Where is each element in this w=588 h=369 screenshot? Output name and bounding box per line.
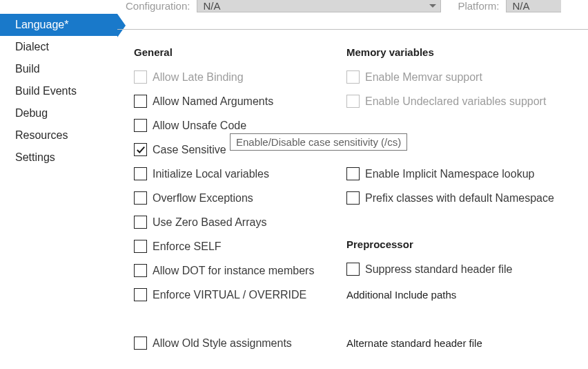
- checkbox[interactable]: [346, 191, 360, 205]
- checkbox[interactable]: [134, 264, 147, 277]
- option-dot-instance-members[interactable]: Allow DOT for instance members: [134, 258, 341, 283]
- group-general: General: [134, 46, 341, 58]
- platform-value: N/A: [512, 0, 529, 12]
- sidebar: Language* Dialect Build Build Events Deb…: [0, 14, 117, 369]
- chevron-down-icon: [429, 4, 436, 8]
- sidebar-item-language[interactable]: Language*: [0, 14, 117, 36]
- configuration-label: Configuration:: [126, 0, 190, 12]
- checkbox[interactable]: [134, 143, 147, 156]
- configuration-value: N/A: [203, 0, 220, 12]
- option-enforce-self[interactable]: Enforce SELF: [134, 234, 341, 258]
- platform-dropdown[interactable]: N/A: [506, 0, 561, 12]
- configuration-dropdown[interactable]: N/A: [197, 0, 441, 12]
- option-allow-late-binding[interactable]: Allow Late Binding: [134, 65, 341, 89]
- sidebar-item-settings[interactable]: Settings: [0, 146, 117, 169]
- platform-label: Platform:: [458, 0, 499, 12]
- sidebar-item-resources[interactable]: Resources: [0, 124, 117, 146]
- checkbox[interactable]: [134, 240, 147, 253]
- option-suppress-header[interactable]: Suppress standard header file: [346, 257, 581, 281]
- sidebar-item-build[interactable]: Build: [0, 58, 117, 80]
- sidebar-item-dialect[interactable]: Dialect: [0, 36, 117, 58]
- checkbox[interactable]: [134, 167, 147, 180]
- option-initialize-local-variables[interactable]: Initialize Local variables: [134, 162, 341, 186]
- checkbox[interactable]: [134, 288, 147, 301]
- option-implicit-namespace-lookup[interactable]: Enable Implicit Namespace lookup: [346, 162, 581, 186]
- option-overflow-exceptions[interactable]: Overflow Exceptions: [134, 186, 341, 210]
- option-zero-based-arrays[interactable]: Use Zero Based Arrays: [134, 210, 341, 234]
- checkbox[interactable]: [134, 95, 147, 108]
- checkbox[interactable]: [134, 119, 147, 132]
- configuration-bar: Configuration: N/A Platform: N/A: [0, 0, 588, 14]
- option-old-style-assignments[interactable]: Allow Old Style assignments: [134, 331, 341, 355]
- option-prefix-default-namespace[interactable]: Prefix classes with default Namespace: [346, 186, 581, 210]
- option-allow-named-arguments[interactable]: Allow Named Arguments: [134, 89, 341, 113]
- option-enable-memvar[interactable]: Enable Memvar support: [346, 65, 581, 89]
- sidebar-item-build-events[interactable]: Build Events: [0, 80, 117, 102]
- label-include-paths: Additional Include paths: [346, 289, 456, 301]
- group-preprocessor: Preprocessor: [346, 238, 581, 250]
- content-pane: General Allow Late Binding Allow Named A…: [117, 29, 588, 369]
- label-alt-header: Alternate standard header file: [346, 337, 482, 349]
- sidebar-item-debug[interactable]: Debug: [0, 102, 117, 124]
- checkbox[interactable]: [134, 191, 147, 205]
- checkbox[interactable]: [346, 263, 360, 276]
- checkbox[interactable]: [346, 95, 360, 108]
- checkbox[interactable]: [134, 337, 147, 350]
- option-enable-undeclared[interactable]: Enable Undeclared variables support: [346, 89, 581, 113]
- group-memory-variables: Memory variables: [346, 46, 581, 58]
- option-enforce-virtual-override[interactable]: Enforce VIRTUAL / OVERRIDE: [134, 283, 341, 307]
- checkbox[interactable]: [134, 70, 147, 84]
- tooltip-case-sensitive: Enable/Disable case sensitivity (/cs): [230, 133, 407, 151]
- checkbox[interactable]: [346, 167, 360, 180]
- checkbox[interactable]: [346, 70, 360, 84]
- checkbox[interactable]: [134, 216, 147, 229]
